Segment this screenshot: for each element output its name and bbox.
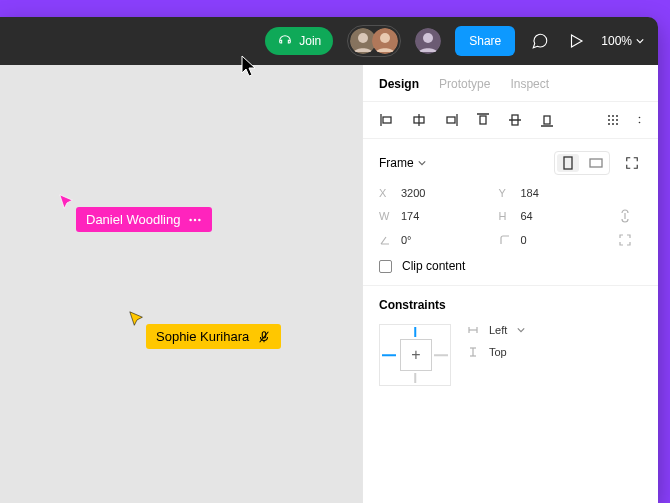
orientation-toggle	[554, 151, 610, 175]
svg-rect-17	[447, 117, 455, 123]
svg-point-26	[616, 115, 618, 117]
svg-point-9	[199, 218, 201, 220]
svg-point-24	[608, 115, 610, 117]
align-hcenter-icon[interactable]	[411, 112, 427, 128]
radius-icon	[499, 234, 511, 246]
constraint-horizontal[interactable]: Left	[467, 324, 525, 336]
resize-to-fit-button[interactable]	[622, 153, 642, 173]
join-label: Join	[299, 34, 321, 48]
h-constraint-icon	[467, 324, 479, 336]
headset-icon	[277, 33, 293, 49]
more-icon[interactable]	[188, 213, 202, 227]
zoom-dropdown[interactable]: 100%	[601, 34, 644, 48]
constraints-head: Constraints	[379, 298, 642, 312]
panel-tabs: Design Prototype Inspect	[363, 65, 658, 102]
comments-button[interactable]	[529, 30, 551, 52]
avatar[interactable]	[372, 28, 398, 54]
svg-rect-19	[480, 116, 486, 124]
tab-prototype[interactable]: Prototype	[439, 77, 490, 91]
svg-point-27	[608, 119, 610, 121]
field-radius[interactable]: 0	[499, 234, 611, 246]
constraints-selects: Left Top	[467, 324, 525, 358]
angle-icon	[379, 234, 391, 246]
field-x[interactable]: X3200	[379, 187, 491, 199]
svg-point-30	[608, 123, 610, 125]
svg-point-32	[616, 123, 618, 125]
chevron-down-icon	[418, 159, 426, 167]
presence-tag[interactable]: Daniel Woodling	[76, 207, 212, 232]
chat-icon	[531, 32, 549, 50]
lock-aspect-icon[interactable]	[618, 209, 632, 223]
field-rotation[interactable]: 0°	[379, 234, 491, 246]
independent-corners-icon[interactable]	[618, 233, 632, 247]
v-constraint-icon	[467, 346, 479, 358]
constraint-h-value: Left	[489, 324, 507, 336]
tidy-up-icon[interactable]	[605, 112, 621, 128]
svg-point-33	[639, 117, 641, 119]
app-window: Join Share 100% Daniel Woodling	[0, 17, 658, 503]
svg-point-28	[612, 119, 614, 121]
resize-fit-icon	[625, 156, 639, 170]
align-bottom-icon[interactable]	[539, 112, 555, 128]
constraints-inner: +	[400, 339, 432, 371]
tab-design[interactable]: Design	[379, 77, 419, 91]
align-vcenter-icon[interactable]	[507, 112, 523, 128]
presence-name: Sophie Kurihara	[156, 329, 249, 344]
presence-cursor-user2: Sophie Kurihara	[128, 310, 281, 349]
orientation-landscape[interactable]	[585, 154, 607, 172]
svg-point-7	[190, 218, 192, 220]
svg-rect-36	[590, 159, 602, 167]
presence-name: Daniel Woodling	[86, 212, 180, 227]
svg-rect-23	[544, 116, 550, 124]
svg-point-25	[612, 115, 614, 117]
constraints-section: Constraints + Left	[363, 286, 658, 398]
join-button[interactable]: Join	[265, 27, 333, 55]
svg-point-31	[612, 123, 614, 125]
constraint-v-value: Top	[489, 346, 507, 358]
cursor-icon	[128, 310, 146, 328]
avatar-self[interactable]	[415, 28, 441, 54]
chevron-down-icon	[517, 326, 525, 334]
canvas[interactable]: Daniel Woodling Sophie Kurihara	[0, 65, 362, 503]
orientation-portrait[interactable]	[557, 154, 579, 172]
svg-point-8	[194, 218, 196, 220]
zoom-value: 100%	[601, 34, 632, 48]
svg-rect-13	[383, 117, 391, 123]
topbar: Join Share 100%	[0, 17, 658, 65]
svg-point-34	[639, 122, 641, 124]
svg-point-5	[423, 33, 433, 43]
presence-cursor-user1: Daniel Woodling	[58, 193, 212, 232]
clip-content-checkbox[interactable]	[379, 260, 392, 273]
mic-muted-icon[interactable]	[257, 330, 271, 344]
constraint-vertical[interactable]: Top	[467, 346, 525, 358]
play-icon	[567, 32, 585, 50]
more-align-icon[interactable]	[637, 112, 642, 128]
share-button[interactable]: Share	[455, 26, 515, 56]
field-width[interactable]: W174	[379, 210, 491, 222]
present-button[interactable]	[565, 30, 587, 52]
frame-title-dropdown[interactable]: Frame	[379, 156, 426, 170]
frame-fields: X3200 Y184 W174 H64 0° 0	[379, 187, 642, 247]
tab-inspect[interactable]: Inspect	[510, 77, 549, 91]
field-y[interactable]: Y184	[499, 187, 611, 199]
constraints-widget[interactable]: +	[379, 324, 451, 386]
align-top-icon[interactable]	[475, 112, 491, 128]
svg-marker-6	[572, 35, 583, 47]
chevron-down-icon	[636, 37, 644, 45]
svg-point-1	[358, 33, 368, 43]
presence-tag[interactable]: Sophie Kurihara	[146, 324, 281, 349]
clip-content-row[interactable]: Clip content	[379, 259, 642, 273]
svg-point-3	[380, 33, 390, 43]
align-left-icon[interactable]	[379, 112, 395, 128]
frame-title: Frame	[379, 156, 414, 170]
mouse-pointer-icon	[240, 54, 260, 80]
constraints-body: + Left Top	[379, 324, 642, 386]
svg-point-29	[616, 119, 618, 121]
frame-section-head: Frame	[379, 151, 642, 175]
clip-content-label: Clip content	[402, 259, 465, 273]
cursor-icon	[58, 193, 76, 211]
align-right-icon[interactable]	[443, 112, 459, 128]
field-height[interactable]: H64	[499, 210, 611, 222]
constraints-title: Constraints	[379, 298, 446, 312]
avatar-group	[347, 25, 401, 57]
